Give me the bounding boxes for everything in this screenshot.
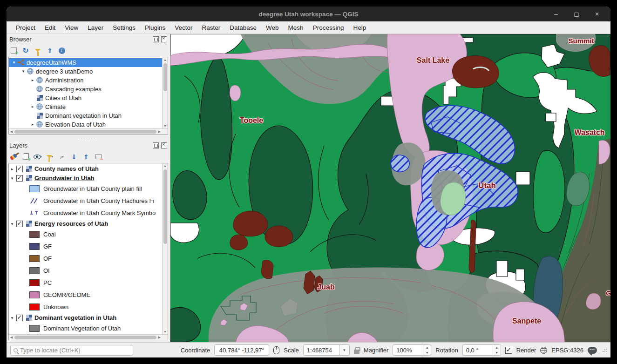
lock-scale-icon[interactable] xyxy=(354,350,359,354)
layer-visibility-checkbox[interactable] xyxy=(16,175,23,182)
browser-item-dominant-vegetation-in-utah[interactable]: Dominant vegetation in Utah xyxy=(9,111,162,120)
legend-item-coal[interactable]: Coal xyxy=(9,229,162,241)
browser-item-cascading-examples[interactable]: Cascading examples xyxy=(9,85,162,94)
expander-icon[interactable]: ▾ xyxy=(11,60,17,65)
render-checkbox[interactable] xyxy=(505,347,512,354)
close-button[interactable]: × xyxy=(593,10,601,18)
close-panel-icon[interactable] xyxy=(161,36,167,42)
browser-item-cities-of-utah[interactable]: Cities of Utah xyxy=(9,94,162,102)
layer-groundwater-in-utah[interactable]: ▾Groundwater in Utah xyxy=(9,174,162,183)
menu-web[interactable]: Web xyxy=(261,23,284,33)
filter-browser-icon[interactable] xyxy=(33,46,43,56)
menu-database[interactable]: Database xyxy=(225,23,261,33)
chevron-down-icon[interactable]: ▼ xyxy=(339,344,350,356)
expander-icon[interactable]: ▸ xyxy=(29,78,36,82)
collapse-all-icon[interactable] xyxy=(81,152,91,162)
panel-splitter[interactable]: ······ xyxy=(7,136,170,140)
menu-settings[interactable]: Settings xyxy=(108,23,140,33)
browser-item-deegree-3-utahdemo[interactable]: ▾deegree 3 utahDemo xyxy=(9,67,162,76)
scroll-right-icon[interactable]: ▶ xyxy=(157,335,162,340)
legend-item-unknown[interactable]: Unknown xyxy=(9,301,162,313)
scroll-down-icon[interactable]: ▼ xyxy=(163,123,168,128)
legend-item-groundwater-in-utah-county-hachures-fi[interactable]: Groundwater in Utah County Hachures Fi xyxy=(9,195,162,207)
rotation-spinbox[interactable]: 0,0 ° ▲▼ xyxy=(462,344,501,356)
browser-vscrollbar[interactable]: ▲ ▼ xyxy=(162,57,168,128)
minimize-button[interactable]: – xyxy=(552,10,560,18)
scroll-left-icon[interactable]: ◀ xyxy=(9,129,14,134)
scroll-down-icon[interactable]: ▼ xyxy=(163,329,168,334)
collapse-tree-icon[interactable] xyxy=(45,46,55,56)
legend-item-oi[interactable]: OI xyxy=(9,265,162,277)
browser-item-elevation-data-of-utah[interactable]: ▸Elevation Data of Utah xyxy=(9,120,162,128)
legend-item-groundwater-in-utah-county-plain-fill[interactable]: Groundwater in Utah County plain fill xyxy=(9,183,162,195)
layer-visibility-checkbox[interactable] xyxy=(16,315,23,321)
legend-item-groundwater-in-utah-county-mark-symbo[interactable]: Groundwater in Utah County Mark Symbo xyxy=(9,207,162,219)
crs-indicator[interactable]: EPSG:4326 xyxy=(551,347,583,354)
search-input[interactable]: Type to locate (Ctrl+K) xyxy=(10,345,133,356)
scroll-up-icon[interactable]: ▲ xyxy=(163,57,168,62)
legend-item-gf[interactable]: GF xyxy=(9,241,162,253)
scale-combobox[interactable]: 1:468754 ▼ xyxy=(303,344,350,356)
style-manager-icon[interactable] xyxy=(8,152,19,162)
expander-icon[interactable]: ▾ xyxy=(20,69,27,74)
menu-project[interactable]: Project xyxy=(11,23,40,33)
layer-visibility-checkbox[interactable] xyxy=(16,166,23,172)
float-panel-icon[interactable] xyxy=(153,142,159,148)
add-group-icon[interactable] xyxy=(20,152,31,162)
menu-vector[interactable]: Vector xyxy=(170,23,197,33)
spin-up-icon[interactable]: ▲ xyxy=(423,345,431,350)
messages-icon[interactable] xyxy=(588,347,597,354)
remove-layer-icon[interactable] xyxy=(93,152,103,162)
layers-vscrollbar[interactable]: ▲ ▼ xyxy=(162,163,168,334)
scroll-right-icon[interactable]: ▶ xyxy=(157,129,162,134)
magnifier-spinbox[interactable]: 100% ▲▼ xyxy=(393,344,431,356)
resize-grip[interactable] xyxy=(602,348,607,352)
filter-legend-icon[interactable]: ▾ xyxy=(45,152,55,162)
browser-item-deegreeutahwms[interactable]: ▾deegreeUtahWMS xyxy=(9,58,162,67)
visibility-icon[interactable]: ▾ xyxy=(33,152,43,162)
menu-layer[interactable]: Layer xyxy=(83,23,108,33)
layer-energy-resources-of-utah[interactable]: ▾Energy resources of Utah xyxy=(9,219,162,229)
layer-dominant-vegetation-in-utah[interactable]: ▾Dominant vegetation in Utah xyxy=(9,313,162,323)
coordinate-input[interactable]: 40,784° -112,97° xyxy=(214,344,269,356)
close-panel-icon[interactable] xyxy=(161,142,167,148)
spin-down-icon[interactable]: ▼ xyxy=(423,350,431,355)
properties-icon[interactable] xyxy=(57,46,67,56)
refresh-icon[interactable] xyxy=(20,46,31,56)
scroll-up-icon[interactable]: ▲ xyxy=(163,163,168,169)
layers-hscrollbar[interactable]: ◀ ▶ xyxy=(9,334,168,340)
layer-county-names-of-utah[interactable]: ▸County names of Utah xyxy=(9,164,162,174)
browser-item-administration[interactable]: ▸Administration xyxy=(9,76,162,85)
expander-icon[interactable]: ▾ xyxy=(9,222,15,226)
add-layer-icon[interactable] xyxy=(8,46,19,56)
expand-all-icon[interactable] xyxy=(69,152,79,162)
layer-visibility-checkbox[interactable] xyxy=(16,221,23,227)
menu-edit[interactable]: Edit xyxy=(40,23,60,33)
filter-expression-icon[interactable]: ▾ xyxy=(57,152,67,162)
legend-item-of[interactable]: OF xyxy=(9,253,162,265)
maximize-button[interactable]: ◻ xyxy=(572,10,581,18)
menu-plugins[interactable]: Plugins xyxy=(140,23,170,33)
legend-item-geomr-geome[interactable]: GEOMR/GEOME xyxy=(9,289,162,301)
menu-raster[interactable]: Raster xyxy=(197,23,225,33)
window-title: deegree Utah workspace — QGIS xyxy=(7,11,610,18)
menu-help[interactable]: Help xyxy=(348,23,371,33)
expander-icon[interactable]: ▾ xyxy=(9,316,15,320)
spin-down-icon[interactable]: ▼ xyxy=(493,350,501,355)
map-canvas[interactable]: SummitSalt LakeTooeleWasatchUtahJuabSanp… xyxy=(170,34,610,342)
spin-up-icon[interactable]: ▲ xyxy=(493,345,501,350)
menu-mesh[interactable]: Mesh xyxy=(284,23,308,33)
expander-icon[interactable]: ▸ xyxy=(29,122,36,127)
menu-view[interactable]: View xyxy=(60,23,83,33)
browser-item-climate[interactable]: ▸Climate xyxy=(9,102,162,111)
expander-icon[interactable]: ▸ xyxy=(29,104,36,109)
expander-icon[interactable]: ▸ xyxy=(9,167,15,171)
menu-processing[interactable]: Processing xyxy=(308,23,349,33)
scroll-left-icon[interactable]: ◀ xyxy=(9,335,14,340)
expander-icon[interactable]: ▾ xyxy=(9,176,15,181)
legend-item-pc[interactable]: PC xyxy=(9,277,162,289)
extents-toggle-icon[interactable] xyxy=(273,346,279,354)
legend-item-dominant-vegetation-of-utah[interactable]: Dominant Vegetation of Utah xyxy=(9,323,162,334)
browser-hscrollbar[interactable]: ◀ ▶ xyxy=(9,128,168,134)
float-panel-icon[interactable] xyxy=(153,36,159,42)
